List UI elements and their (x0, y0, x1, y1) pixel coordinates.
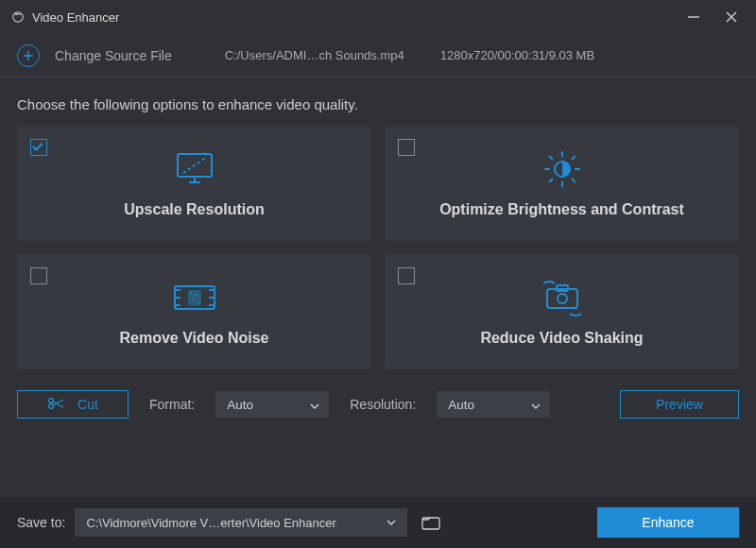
checkbox-denoise[interactable] (30, 267, 47, 284)
prompt-text: Choose the following options to enhance … (0, 77, 756, 126)
monitor-icon (172, 148, 217, 190)
save-to-label: Save to: (17, 515, 65, 530)
svg-point-31 (198, 301, 199, 303)
checkbox-brightness[interactable] (398, 139, 415, 156)
svg-rect-27 (188, 290, 201, 305)
svg-point-30 (192, 299, 194, 300)
svg-line-8 (183, 158, 206, 173)
card-label: Optimize Brightness and Contrast (439, 201, 684, 218)
file-bar: Change Source File C:/Users/ADMI…ch Soun… (0, 34, 756, 77)
svg-point-36 (49, 403, 54, 408)
titlebar: Video Enhancer (0, 0, 756, 34)
close-button[interactable] (718, 6, 745, 28)
card-label: Upscale Resolution (124, 201, 264, 218)
card-reduce-shaking[interactable]: Reduce Video Shaking (385, 254, 739, 369)
source-meta: 1280x720/00:00:31/9.03 MB (440, 48, 594, 62)
scissors-icon (47, 397, 64, 413)
card-label: Reduce Video Shaking (480, 330, 643, 347)
format-value: Auto (227, 398, 253, 412)
format-label: Format: (149, 397, 195, 412)
enhance-label: Enhance (642, 515, 694, 530)
card-label: Remove Video Noise (120, 330, 269, 347)
footer: Save to: C:\Vidmore\Vidmore V…erter\Vide… (0, 497, 756, 548)
add-source-icon[interactable] (17, 44, 40, 67)
format-select[interactable]: Auto (215, 391, 329, 418)
svg-point-35 (49, 398, 54, 402)
controls-row: Cut Format: Auto Resolution: Auto Previe… (0, 369, 756, 419)
options-grid: Upscale Resolution Optimize Brightness a… (0, 126, 756, 369)
resolution-label: Resolution: (350, 397, 416, 412)
minimize-button[interactable] (680, 6, 707, 28)
card-remove-noise[interactable]: Remove Video Noise (17, 254, 371, 369)
open-folder-button[interactable] (417, 508, 445, 537)
checkbox-deshake[interactable] (398, 267, 415, 284)
preview-label: Preview (656, 397, 703, 412)
svg-line-16 (549, 156, 553, 160)
enhance-button[interactable]: Enhance (597, 507, 739, 538)
resolution-value: Auto (448, 398, 474, 412)
resolution-select[interactable]: Auto (437, 391, 550, 418)
svg-point-28 (190, 292, 192, 294)
camera-shake-icon (536, 277, 589, 318)
save-path-dropdown[interactable] (375, 508, 407, 537)
app-title: Video Enhancer (32, 10, 119, 25)
svg-line-19 (549, 179, 553, 182)
svg-line-17 (572, 179, 576, 182)
svg-point-34 (558, 294, 567, 303)
card-upscale-resolution[interactable]: Upscale Resolution (17, 126, 371, 241)
preview-button[interactable]: Preview (620, 390, 739, 419)
svg-point-29 (196, 294, 198, 296)
brightness-icon (541, 148, 583, 190)
change-source-button[interactable]: Change Source File (55, 48, 172, 63)
chevron-down-icon (531, 398, 541, 412)
cut-button[interactable]: Cut (17, 390, 129, 419)
save-path-input[interactable]: C:\Vidmore\Vidmore V…erter\Video Enhance… (75, 508, 375, 537)
app-icon (11, 10, 25, 24)
cut-label: Cut (77, 397, 98, 412)
card-optimize-brightness[interactable]: Optimize Brightness and Contrast (385, 126, 739, 241)
save-path-value: C:\Vidmore\Vidmore V…erter\Video Enhance… (86, 516, 335, 530)
chevron-down-icon (310, 398, 319, 412)
svg-point-1 (15, 13, 17, 15)
svg-line-18 (572, 156, 576, 160)
checkbox-upscale[interactable] (30, 139, 47, 156)
source-path: C:/Users/ADMI…ch Sounds.mp4 (225, 48, 404, 62)
film-noise-icon (169, 277, 220, 318)
